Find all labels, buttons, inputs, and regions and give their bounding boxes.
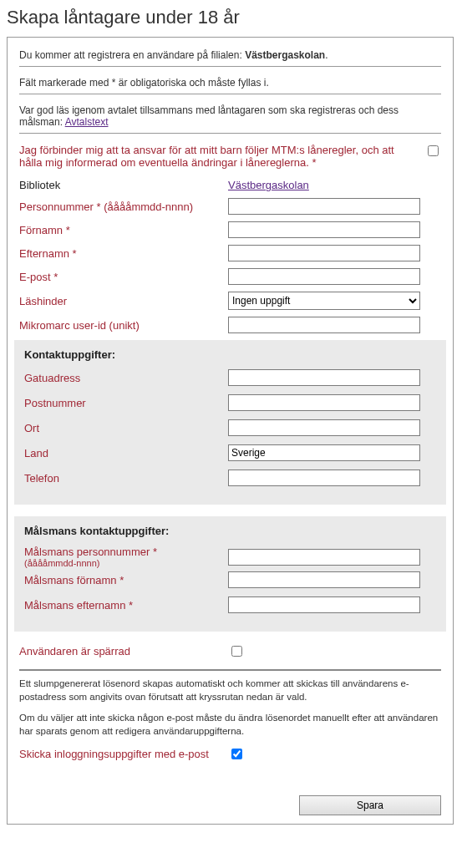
library-link[interactable]: Västbergaskolan [228,179,309,191]
blocked-row: Användaren är spärrad [19,643,441,659]
intro-branch: Västbergaskolan [245,49,325,61]
intro-prefix: Du kommer att registrera en användare på… [19,49,245,61]
contact-section: Kontaktuppgifter: Gatuadress Postnummer … [14,340,446,505]
city-label: Ort [24,422,228,434]
agreement-link[interactable]: Avtalstext [65,116,109,128]
email-label: E-post * [19,271,228,283]
library-label: Bibliotek [19,179,228,191]
mikromarc-row: Mikromarc user-id (unikt) [19,317,441,333]
zip-label: Postnummer [24,397,228,409]
mikromarc-input[interactable] [228,317,420,333]
button-row: Spara [19,795,441,815]
divider [19,669,441,671]
guardian-lastname-row: Målsmans efternamn * [24,596,436,613]
street-row: Gatuadress [24,369,436,386]
email-input[interactable] [228,268,420,285]
required-note: Fält markerade med * är obligatoriska oc… [19,77,441,94]
ssn-input[interactable] [228,198,420,215]
guardian-title: Målsmans kontaktuppgifter: [24,525,436,537]
footer-p1: Ett slumpgenererat lösenord skapas autom… [19,678,441,703]
city-row: Ort [24,419,436,436]
guardian-ssn-hint: (ååååmmdd-nnnn) [24,558,228,568]
footer-p2: Om du väljer att inte skicka någon e-pos… [19,712,441,738]
form-container: Du kommer att registrera en användare på… [7,37,454,825]
guardian-ssn-row: Målsmans personnummer * (ååååmmdd-nnnn) [24,546,436,568]
agreement-consent-text: Jag förbinder mig att ta ansvar för att … [19,144,424,169]
street-label: Gatuadress [24,372,228,384]
library-row: Bibliotek Västbergaskolan [19,179,441,191]
guardian-firstname-row: Målsmans förnamn * [24,571,436,588]
intro-line: Du kommer att registrera en användare på… [19,49,441,67]
firstname-row: Förnamn * [19,221,441,238]
street-input[interactable] [228,369,420,386]
guardian-firstname-input[interactable] [228,571,420,588]
reading-label: Läshinder [19,295,228,307]
firstname-label: Förnamn * [19,224,228,236]
zip-row: Postnummer [24,394,436,411]
lastname-label: Efternamn * [19,247,228,260]
send-checkbox[interactable] [231,749,242,759]
city-input[interactable] [228,419,420,436]
save-button[interactable]: Spara [299,795,441,815]
reading-row: Läshinder Ingen uppgift [19,292,441,310]
country-label: Land [24,447,228,459]
zip-input[interactable] [228,394,420,411]
guardian-lastname-label: Målsmans efternamn * [24,599,228,612]
country-row: Land [24,444,436,461]
blocked-checkbox[interactable] [231,646,242,657]
send-label: Skicka inloggningsuppgifter med e-post [19,748,228,760]
contact-title: Kontaktuppgifter: [24,348,436,361]
blocked-label: Användaren är spärrad [19,645,228,657]
agreement-consent-row: Jag förbinder mig att ta ansvar för att … [19,144,441,169]
lastname-input[interactable] [228,245,420,261]
phone-label: Telefon [24,472,228,485]
phone-row: Telefon [24,470,436,486]
ssn-label: Personnummer * (ååååmmdd-nnnn) [19,201,228,213]
page-title: Skapa låntagare under 18 år [7,7,455,28]
reading-select[interactable]: Ingen uppgift [228,292,420,310]
mikromarc-label: Mikromarc user-id (unikt) [19,319,228,332]
firstname-input[interactable] [228,221,420,238]
agreement-intro: Var god läs igenom avtalet tillsammans m… [19,104,441,134]
country-input[interactable] [228,444,420,461]
lastname-row: Efternamn * [19,245,441,261]
guardian-firstname-label: Målsmans förnamn * [24,574,228,586]
agreement-checkbox[interactable] [428,145,439,156]
guardian-section: Målsmans kontaktuppgifter: Målsmans pers… [14,516,446,632]
guardian-ssn-input[interactable] [228,549,420,566]
intro-suffix: . [325,49,327,61]
guardian-lastname-input[interactable] [228,596,420,613]
send-row: Skicka inloggningsuppgifter med e-post [19,746,441,762]
phone-input[interactable] [228,470,420,486]
email-row: E-post * [19,268,441,285]
ssn-row: Personnummer * (ååååmmdd-nnnn) [19,198,441,215]
guardian-ssn-label: Målsmans personnummer * [24,546,228,558]
